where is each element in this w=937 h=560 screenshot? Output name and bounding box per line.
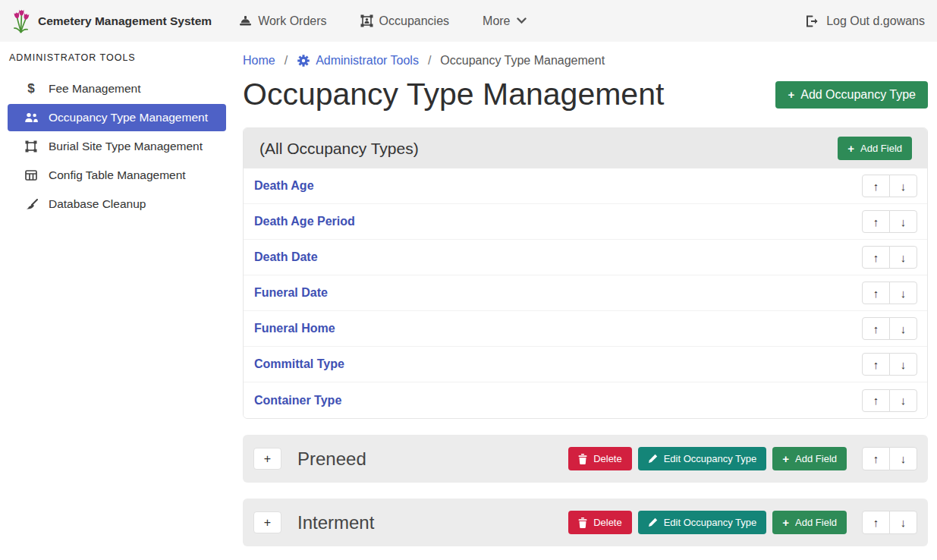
main-nav: Work Orders Occupancies M bbox=[239, 14, 526, 28]
move-up-button[interactable]: ↑ bbox=[862, 511, 890, 534]
expand-section-button[interactable]: + bbox=[253, 448, 281, 470]
field-row: Committal Type ↑ ↓ bbox=[244, 347, 927, 382]
card-header: (All Occupancy Types) + Add Field bbox=[244, 128, 927, 168]
field-row: Funeral Home ↑ ↓ bbox=[244, 311, 927, 347]
button-label: Add Field bbox=[795, 453, 837, 464]
chevron-down-icon bbox=[517, 17, 527, 24]
table-icon bbox=[23, 170, 39, 181]
add-field-button[interactable]: + Add Field bbox=[838, 137, 912, 160]
add-field-button[interactable]: + Add Field bbox=[772, 511, 847, 534]
reorder-group: ↑ ↓ bbox=[862, 317, 917, 340]
logout-button[interactable]: Log Out d.gowans bbox=[806, 14, 925, 28]
button-label: Delete bbox=[593, 453, 622, 464]
move-down-button[interactable]: ↓ bbox=[889, 389, 917, 412]
button-label: Delete bbox=[593, 517, 622, 528]
field-row: Container Type ↑ ↓ bbox=[244, 382, 927, 418]
brand[interactable]: Cemetery Management System bbox=[11, 8, 212, 34]
sidebar-item-label: Fee Management bbox=[49, 82, 141, 96]
logout-label: Log Out d.gowans bbox=[826, 14, 925, 28]
button-label: Add Field bbox=[860, 143, 902, 154]
plus-icon: + bbox=[788, 89, 794, 100]
reorder-group: ↑ ↓ bbox=[862, 246, 917, 269]
field-link-death-age-period[interactable]: Death Age Period bbox=[254, 215, 355, 228]
reorder-group: ↑ ↓ bbox=[862, 282, 917, 304]
nav-occupancies[interactable]: Occupancies bbox=[360, 14, 450, 28]
edit-occupancy-type-button[interactable]: Edit Occupancy Type bbox=[638, 511, 767, 534]
sidebar-heading: Administrator Tools bbox=[0, 48, 235, 74]
tulip-logo-icon bbox=[11, 8, 31, 34]
button-label: Add Occupancy Type bbox=[800, 88, 916, 102]
plus-icon: + bbox=[782, 453, 789, 464]
broom-icon bbox=[23, 199, 39, 210]
gear-icon bbox=[297, 54, 310, 68]
sidebar-item-fee-management[interactable]: $ Fee Management bbox=[8, 75, 226, 102]
field-link-death-age[interactable]: Death Age bbox=[254, 179, 314, 193]
move-up-button[interactable]: ↑ bbox=[862, 389, 890, 412]
move-up-button[interactable]: ↑ bbox=[862, 317, 890, 340]
breadcrumb-label: Administrator Tools bbox=[316, 54, 419, 68]
move-down-button[interactable]: ↓ bbox=[889, 447, 917, 470]
field-row: Death Date ↑ ↓ bbox=[244, 240, 927, 275]
button-label: Edit Occupancy Type bbox=[664, 517, 757, 528]
move-up-button[interactable]: ↑ bbox=[862, 210, 890, 233]
field-link-committal-type[interactable]: Committal Type bbox=[254, 357, 344, 371]
move-up-button[interactable]: ↑ bbox=[862, 175, 890, 197]
edit-occupancy-type-button[interactable]: Edit Occupancy Type bbox=[638, 447, 767, 470]
nav-more[interactable]: More bbox=[483, 14, 526, 28]
add-occupancy-type-button[interactable]: + Add Occupancy Type bbox=[775, 81, 928, 109]
field-link-funeral-date[interactable]: Funeral Date bbox=[254, 286, 328, 300]
trash-icon bbox=[578, 454, 587, 464]
move-down-button[interactable]: ↓ bbox=[889, 353, 917, 376]
sidebar-item-config-table-management[interactable]: Config Table Management bbox=[8, 162, 226, 189]
field-link-container-type[interactable]: Container Type bbox=[254, 394, 341, 407]
dollar-icon: $ bbox=[23, 81, 39, 96]
card-title: (All Occupancy Types) bbox=[259, 140, 419, 158]
breadcrumb-home-link[interactable]: Home bbox=[243, 54, 275, 68]
section-preneed: + Preneed Delete bbox=[243, 435, 928, 483]
move-up-button[interactable]: ↑ bbox=[862, 353, 890, 376]
field-row: Death Age ↑ ↓ bbox=[244, 168, 927, 204]
nav-work-orders[interactable]: Work Orders bbox=[239, 14, 326, 28]
reorder-group: ↑ ↓ bbox=[862, 353, 917, 376]
plus-icon: + bbox=[847, 143, 854, 154]
reorder-group: ↑ ↓ bbox=[862, 210, 917, 233]
sidebar-item-label: Database Cleanup bbox=[49, 197, 146, 211]
move-down-button[interactable]: ↓ bbox=[889, 317, 917, 340]
field-row: Death Age Period ↑ ↓ bbox=[244, 204, 927, 240]
button-label: Add Field bbox=[795, 517, 837, 528]
sidebar-item-occupancy-type-management[interactable]: Occupancy Type Management bbox=[8, 104, 226, 131]
sidebar-item-label: Burial Site Type Management bbox=[49, 140, 203, 153]
breadcrumb: Home / Administrator Tools / Occupancy T… bbox=[243, 54, 928, 68]
users-icon bbox=[23, 112, 39, 123]
move-down-button[interactable]: ↓ bbox=[889, 246, 917, 269]
delete-button[interactable]: Delete bbox=[568, 511, 632, 534]
move-down-button[interactable]: ↓ bbox=[889, 511, 917, 534]
move-up-button[interactable]: ↑ bbox=[862, 282, 890, 304]
expand-section-button[interactable]: + bbox=[253, 511, 281, 533]
delete-button[interactable]: Delete bbox=[568, 447, 632, 470]
add-field-button[interactable]: + Add Field bbox=[772, 447, 847, 470]
field-link-death-date[interactable]: Death Date bbox=[254, 250, 318, 264]
button-label: Edit Occupancy Type bbox=[664, 453, 757, 464]
field-link-funeral-home[interactable]: Funeral Home bbox=[254, 322, 335, 335]
pencil-icon bbox=[648, 518, 658, 527]
move-down-button[interactable]: ↓ bbox=[889, 282, 917, 304]
nav-label: Work Orders bbox=[258, 14, 326, 28]
sidebar-item-label: Config Table Management bbox=[49, 168, 186, 182]
main-content: Home / Administrator Tools / Occupancy T… bbox=[235, 42, 937, 560]
move-down-button[interactable]: ↓ bbox=[889, 210, 917, 233]
move-down-button[interactable]: ↓ bbox=[889, 175, 917, 197]
sidebar-item-database-cleanup[interactable]: Database Cleanup bbox=[8, 190, 226, 218]
sidebar-item-burial-site-type-management[interactable]: Burial Site Type Management bbox=[8, 133, 226, 160]
section-actions: Delete Edit Occupancy Type + Add Field ↑ bbox=[568, 511, 917, 534]
section-actions: Delete Edit Occupancy Type + Add Field ↑ bbox=[568, 447, 917, 470]
move-up-button[interactable]: ↑ bbox=[862, 447, 890, 470]
move-up-button[interactable]: ↑ bbox=[862, 246, 890, 269]
section-interment: + Interment Delete bbox=[243, 499, 928, 546]
nav-label: More bbox=[483, 14, 510, 28]
page-title: Occupancy Type Management bbox=[243, 77, 664, 112]
field-row: Funeral Date ↑ ↓ bbox=[244, 275, 927, 311]
breadcrumb-admin-tools-link[interactable]: Administrator Tools bbox=[297, 54, 419, 68]
breadcrumb-separator: / bbox=[428, 54, 431, 68]
reorder-group: ↑ ↓ bbox=[862, 175, 917, 197]
